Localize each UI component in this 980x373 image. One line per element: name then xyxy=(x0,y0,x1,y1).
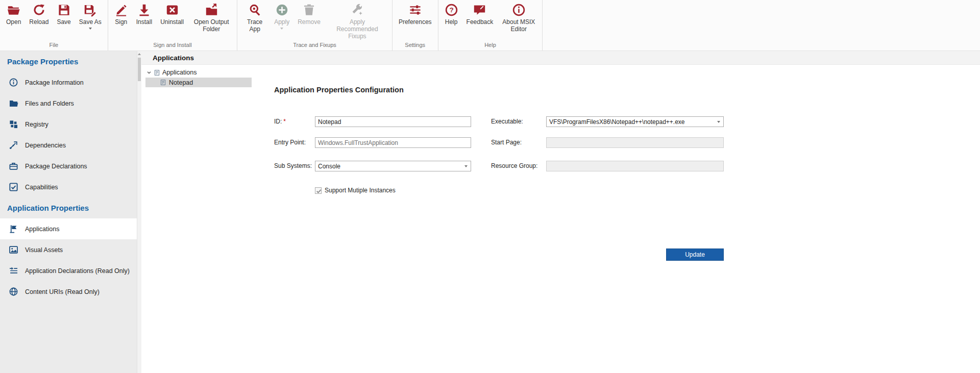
sidebar-item-package-declarations[interactable]: Package Declarations xyxy=(0,156,141,177)
update-button[interactable]: Update xyxy=(666,248,724,261)
document-icon xyxy=(154,69,160,76)
support-multiple-instances-label: Support Mutiple Instances xyxy=(325,187,396,194)
start-page-input xyxy=(546,137,724,148)
sidebar-item-applications[interactable]: Applications xyxy=(0,218,141,239)
ribbon-group-file: Open Reload Save Save As File xyxy=(0,0,108,51)
feedback-button[interactable]: Feedback xyxy=(462,0,498,27)
main-title-bar: Applications xyxy=(141,51,980,65)
feedback-button-label: Feedback xyxy=(467,19,494,26)
open-icon xyxy=(7,3,20,17)
entry-point-label: Entry Point: xyxy=(274,137,306,148)
list-arrow-icon xyxy=(9,266,18,276)
remove-button: Remove xyxy=(293,0,325,27)
executable-label: Executable: xyxy=(491,116,523,127)
sidebar-item-label: Capabilities xyxy=(25,184,58,191)
registry-blocks-icon xyxy=(9,119,18,129)
ribbon-group-label-file: File xyxy=(0,41,108,51)
reload-button[interactable]: Reload xyxy=(25,0,53,27)
ribbon-group-trace-and-fixups: Trace App Apply Remove Apply Recommended… xyxy=(237,0,393,51)
trace-app-button[interactable]: Trace App xyxy=(239,0,270,34)
folder-icon xyxy=(9,98,18,108)
sidebar-item-files-and-folders[interactable]: Files and Folders xyxy=(0,93,141,114)
open-output-folder-icon xyxy=(205,3,218,17)
about-msix-editor-button[interactable]: About MSIX Editor xyxy=(497,0,540,34)
help-button-label: Help xyxy=(445,19,458,26)
open-output-folder-button[interactable]: Open Output Folder xyxy=(188,0,235,34)
sidebar-item-dependencies[interactable]: Dependencies xyxy=(0,135,141,156)
ribbon-group-label-trace-and-fixups: Trace and Fixups xyxy=(237,41,392,51)
tree-node-notepad[interactable]: Notepad xyxy=(145,78,252,87)
ribbon-group-label-sign-and-install: Sign and Install xyxy=(108,41,237,51)
sign-button[interactable]: Sign xyxy=(110,0,132,27)
save-icon xyxy=(57,3,71,17)
sidebar-header-application-properties: Application Properties xyxy=(0,197,141,218)
chevron-down-icon[interactable] xyxy=(146,70,152,75)
install-button-label: Install xyxy=(136,19,152,26)
executable-combobox-value: VFS\ProgramFilesX86\Notepad++\notepad++.… xyxy=(549,118,685,126)
id-label: ID:* xyxy=(274,116,286,127)
sub-systems-label: Sub Systems: xyxy=(274,161,312,171)
sidebar-item-capabilities[interactable]: Capabilities xyxy=(0,177,141,197)
open-button[interactable]: Open xyxy=(2,0,25,27)
save-button-label: Save xyxy=(57,19,70,26)
svg-text:?: ? xyxy=(449,6,453,14)
preferences-button-label: Preferences xyxy=(399,19,432,26)
ribbon-spacer xyxy=(543,0,980,51)
sidebar-item-label: Application Declarations (Read Only) xyxy=(25,267,130,275)
ribbon-group-label-help: Help xyxy=(438,41,543,51)
save-as-button[interactable]: Save As xyxy=(75,0,106,31)
trace-app-button-label: Trace App xyxy=(243,19,266,33)
sidebar-item-label: Applications xyxy=(25,226,59,233)
about-info-icon xyxy=(512,3,526,17)
ribbon-group-sign-and-install: Sign Install Uninstall Open Output Folde… xyxy=(108,0,237,51)
sidebar-header-package-properties: Package Properties xyxy=(0,51,141,72)
support-multiple-instances-row: Support Mutiple Instances xyxy=(315,187,396,194)
apply-button: Apply xyxy=(270,0,293,31)
chevron-down-icon xyxy=(89,28,92,30)
sidebar-item-label: Visual Assets xyxy=(25,246,63,254)
sidebar-item-label: Registry xyxy=(25,121,48,128)
about-msix-editor-button-label: About MSIX Editor xyxy=(501,19,536,33)
support-multiple-instances-checkbox[interactable] xyxy=(315,187,322,194)
save-button[interactable]: Save xyxy=(53,0,75,27)
ribbon-group-help: ? Help Feedback About MSIX Editor Help xyxy=(438,0,543,51)
scrollbar-up-arrow-icon[interactable] xyxy=(138,53,141,55)
uninstall-icon xyxy=(165,3,179,17)
sidebar-item-package-information[interactable]: Package Information xyxy=(0,72,141,93)
apply-button-label: Apply xyxy=(274,19,289,26)
tree-node-applications[interactable]: Applications xyxy=(145,67,252,78)
package-declarations-icon xyxy=(9,161,18,171)
help-icon: ? xyxy=(445,3,458,17)
sidebar-item-content-uris[interactable]: Content URIs (Read Only) xyxy=(0,281,141,302)
executable-combobox[interactable]: VFS\ProgramFilesX86\Notepad++\notepad++.… xyxy=(546,116,724,127)
id-label-text: ID: xyxy=(274,118,282,125)
save-as-icon xyxy=(83,3,97,17)
preferences-button[interactable]: Preferences xyxy=(395,0,436,27)
remove-icon xyxy=(302,3,316,17)
uninstall-button[interactable]: Uninstall xyxy=(156,0,188,27)
globe-icon xyxy=(9,287,18,296)
id-input[interactable] xyxy=(315,116,471,127)
checkbox-check-icon xyxy=(9,182,18,192)
open-button-label: Open xyxy=(6,19,21,26)
sub-systems-combobox[interactable]: Console xyxy=(315,161,471,171)
image-icon xyxy=(9,245,18,255)
reload-icon xyxy=(32,3,46,17)
sidebar-item-visual-assets[interactable]: Visual Assets xyxy=(0,239,141,260)
scrollbar-thumb[interactable] xyxy=(138,58,141,81)
install-button[interactable]: Install xyxy=(132,0,156,27)
sidebar-item-registry[interactable]: Registry xyxy=(0,114,141,135)
sidebar-item-label: Package Declarations xyxy=(25,163,87,170)
resource-group-label: Resource Group: xyxy=(491,161,537,171)
tree-node-label: Notepad xyxy=(169,79,193,86)
help-button[interactable]: ? Help xyxy=(440,0,462,27)
sidebar-item-application-declarations[interactable]: Application Declarations (Read Only) xyxy=(0,260,141,281)
sub-systems-combobox-value: Console xyxy=(318,163,340,170)
reload-button-label: Reload xyxy=(29,19,48,26)
sign-button-label: Sign xyxy=(115,19,127,26)
sidebar-scrollbar[interactable] xyxy=(137,51,141,373)
open-output-folder-button-label: Open Output Folder xyxy=(192,19,231,33)
preferences-sliders-icon xyxy=(408,3,422,17)
trace-app-icon xyxy=(248,3,262,17)
entry-point-input[interactable] xyxy=(315,137,471,148)
